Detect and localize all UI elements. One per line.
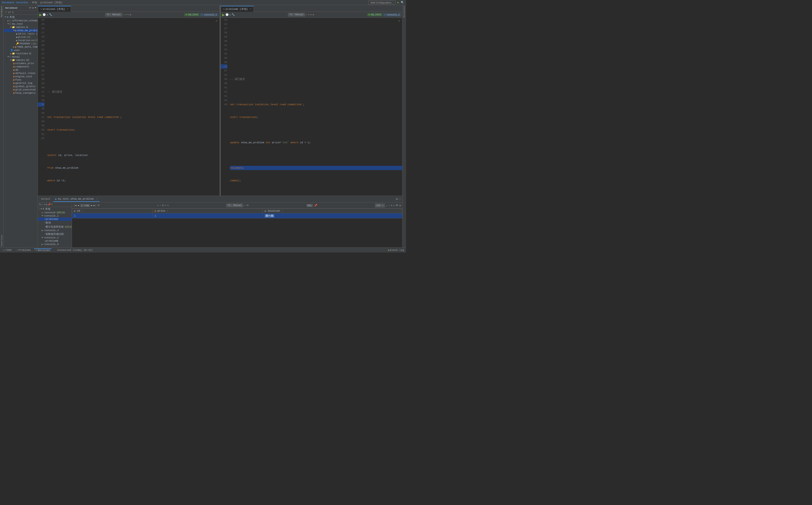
tree-item-db[interactable]: ▦ db: [4, 68, 38, 71]
sort-icon-services[interactable]: ↕: [42, 203, 43, 206]
view-icon[interactable]: 👁: [396, 204, 398, 207]
right-redo-icon[interactable]: ↪: [310, 13, 312, 16]
tree-item-location-col[interactable]: ▣ location varchar(256): [4, 39, 38, 42]
right-check-icon[interactable]: ✓: [306, 13, 307, 16]
pin-icon-services[interactable]: 📌: [48, 203, 50, 206]
tree-item-func[interactable]: ▦ func: [4, 78, 38, 81]
services-item-problemb[interactable]: ✎ problemB: [38, 239, 72, 242]
group-icon-services[interactable]: ⊞: [46, 203, 47, 206]
minimize-icon-bottom[interactable]: −: [399, 197, 401, 201]
right-undo-icon[interactable]: ↩: [308, 13, 310, 16]
result-table[interactable]: ▣ id ↑ ▣ price ↑: [72, 208, 402, 247]
event-log-button[interactable]: ◉ Event Log: [388, 249, 404, 251]
tree-item-global-grants[interactable]: ▦ global_grants: [4, 85, 38, 88]
tree-item-columns-priv[interactable]: ▦ columns_priv: [4, 62, 38, 65]
right-code-editor[interactable]: 2526272829 3031323334 35 36 37383940 414…: [221, 18, 402, 196]
breadcrumb-local[interactable]: 本地: [32, 1, 37, 4]
filter-icon-result[interactable]: ≡: [391, 204, 392, 207]
left-run-button[interactable]: ▶: [39, 13, 42, 17]
tree-item-tables[interactable]: ▼ 📁 tables 3: [4, 26, 38, 29]
tree-item-component[interactable]: ▦ component: [4, 65, 38, 68]
services-item-problema[interactable]: ✎ problemA: [38, 217, 72, 221]
csv-label[interactable]: CSV ▾: [375, 204, 385, 207]
next-page-icon[interactable]: ▶: [91, 204, 93, 207]
tree-item-local[interactable]: ▼ 🖥 本地: [4, 15, 38, 19]
left-check-icon[interactable]: ✓: [123, 13, 125, 16]
last-page-icon[interactable]: ▶|: [94, 204, 97, 207]
settings-icon[interactable]: ⚙: [32, 6, 34, 9]
right-console-badge[interactable]: ⚡ console_2: [383, 13, 401, 16]
revert-icon[interactable]: ↩: [165, 204, 166, 207]
services-item-index[interactable]: ⚡ 索引生效和失效 171 ms: [38, 225, 72, 229]
left-tx-badge[interactable]: Tx: Manual: [105, 13, 122, 16]
left-console-badge[interactable]: ⚡ console_1: [200, 13, 218, 16]
tree-item-help-category[interactable]: ▦ help_category: [4, 92, 38, 95]
services-item-console1[interactable]: ▼ ⚡ console_1: [38, 214, 72, 217]
clone-row-icon[interactable]: ⎘: [162, 204, 164, 207]
tree-item-routines[interactable]: ▶ 📁 routines 4: [4, 52, 38, 55]
left-editor-tab-problema[interactable]: ✎ problemA [本地] ×: [38, 6, 71, 12]
add-icon-services[interactable]: +: [51, 203, 53, 206]
services-item-local[interactable]: ✓ ▼ 🖥 本地: [38, 207, 72, 211]
first-page-icon[interactable]: |◀: [73, 204, 77, 207]
bottom-tab-table[interactable]: ▦ my_test.show_me_problem ×: [53, 197, 99, 202]
left-code-content[interactable]: -- 该已提交 set transaction isolation level …: [46, 18, 220, 196]
tree-item-engine-cost[interactable]: ▦ engine_cost: [4, 75, 38, 78]
result-check-icon[interactable]: ✓: [244, 204, 246, 207]
right-tab-close[interactable]: ×: [250, 8, 251, 10]
breadcrumb-db[interactable]: Database Consoles: [2, 1, 28, 4]
refresh-icon[interactable]: ⟳: [98, 204, 100, 207]
filter-icon[interactable]: ▼: [34, 6, 36, 9]
todo-tab[interactable]: ☑ TODO: [2, 249, 13, 251]
import-icon[interactable]: ↑: [388, 204, 390, 207]
services-item-console3[interactable]: ▶ ⚡ console_3: [38, 242, 72, 246]
favorites-side-label[interactable]: Favorites: [0, 234, 4, 247]
left-redo-icon[interactable]: ↪: [127, 13, 129, 16]
right-run-button[interactable]: ▶: [222, 13, 225, 17]
tree-item-default-roles[interactable]: ▦ default_roles: [4, 71, 38, 75]
result-tx-badge[interactable]: Tx: Manual: [226, 204, 243, 207]
tree-item-gtid-executed[interactable]: ▦ gtid_executed: [4, 88, 38, 92]
tree-item-general-log[interactable]: ▦ general_log: [4, 81, 38, 85]
services-item-console2[interactable]: ▼ ⚡ console_2: [38, 236, 72, 239]
add-row-icon[interactable]: +: [157, 204, 159, 207]
col-header-location[interactable]: ▣ location ↑: [263, 209, 402, 213]
left-db-badge[interactable]: ● my_test: [184, 13, 199, 16]
prev-page-icon[interactable]: ◀: [77, 204, 79, 207]
tree-item-user[interactable]: 👤 user: [4, 49, 38, 52]
submit-icon[interactable]: ↪: [167, 204, 169, 207]
bottom-tab-output[interactable]: Output: [39, 197, 52, 202]
result-reload-icon[interactable]: ⟳: [247, 204, 249, 207]
sync-icon[interactable]: ⟳: [29, 6, 31, 9]
left-code-editor[interactable]: 2425262728 2930313233 3435363738 3940414…: [38, 18, 220, 196]
tree-item-information-schema[interactable]: ▶ ⬡ information_schema: [4, 19, 38, 22]
table-row[interactable]: 1 1 第一条: [72, 213, 402, 218]
settings-icon-bottom[interactable]: ⚙: [396, 197, 398, 201]
left-undo-icon[interactable]: ↩: [125, 13, 127, 16]
services-item-stored[interactable]: ⚡ 造数据存储过程: [38, 232, 72, 236]
tree-item-my-test[interactable]: ▼ ⬡ my_test: [4, 22, 38, 26]
services-item-console4[interactable]: ▶ ⚡ console_4: [38, 229, 72, 232]
filter-icon-services[interactable]: ≡: [44, 203, 45, 206]
right-code-content[interactable]: -- 该已提交 set transaction isolation level …: [229, 18, 402, 196]
tree-item-primary[interactable]: 🔑 PRIMARY (id): [4, 42, 38, 45]
ddl-label[interactable]: DDL: [306, 204, 313, 207]
col-width-icon[interactable]: ⇔: [393, 204, 395, 207]
problems-tab[interactable]: ⚠ Problems: [15, 249, 32, 251]
services-item-query[interactable]: ✎ 查询: [38, 221, 72, 225]
pin-icon-result[interactable]: 📌: [314, 204, 317, 207]
right-editor-tab-problemb[interactable]: ✎ problemB [本地] ×: [221, 6, 254, 12]
export-icon[interactable]: ↓: [386, 204, 387, 207]
tree-item-price-col[interactable]: ▣ price int: [4, 35, 38, 39]
add-configuration-button[interactable]: Add Configuration...: [368, 0, 395, 5]
tree-item-mysql[interactable]: ▼ ⬡ mysql: [4, 55, 38, 58]
search-icon[interactable]: 🔍: [401, 1, 404, 4]
settings-icon-result[interactable]: ⚙: [399, 204, 401, 207]
services-tab[interactable]: ⚡ Services: [34, 248, 51, 252]
left-tab-close[interactable]: ×: [67, 8, 69, 10]
remove-row-icon[interactable]: −: [160, 204, 161, 207]
right-tx-badge[interactable]: Tx: Manual: [288, 13, 305, 16]
tree-item-mysql-tables[interactable]: ▼ 📁 tables 37: [4, 58, 38, 62]
structure-side-label[interactable]: Structure: [403, 5, 406, 19]
right-db-badge[interactable]: ● my_test: [367, 13, 382, 16]
